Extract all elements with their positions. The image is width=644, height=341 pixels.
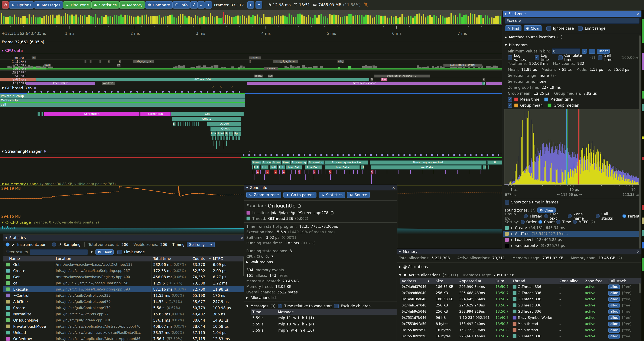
min-bin-increase-button[interactable]: + [588,49,595,54]
stats-row-create[interactable]: Createjni/../jni/src/guif/Control.cpp:17… [4,305,246,311]
timeline-zone-streaming-worker-tas[interactable]: Streaming worker tas [325,160,368,165]
timeline-zone-ti[interactable]: Ti [370,78,373,81]
timeline-zone-aud[interactable]: aud [268,74,273,78]
find-zone-titlebar[interactable]: ▼Find zone✕ [503,11,642,17]
timeline-zone[interactable] [180,122,181,126]
timeline-zone-a[interactable]: A [482,78,485,81]
zone-band-privatetouchup[interactable]: PrivateTouchUp [0,94,245,98]
alloc-callstack-button[interactable]: alloc [608,334,620,339]
alloc-callstack-button[interactable]: alloc [608,328,620,333]
memory-button[interactable]: Memory [119,1,145,9]
find-zone-scrollbar[interactable] [639,35,641,249]
frame-label[interactable]: Frame 32,661 (6.05 s) [2,40,44,44]
found-zone--no-parent-[interactable]: ▶<no parent>(9) 225.73 µs [503,243,642,249]
timeline-zone-cds-[interactable]: cds_ [337,60,344,63]
allocations-tree-item[interactable]: ▶@ Allocations [397,264,642,270]
stats-row-get[interactable]: Get/mnt/e/claw/src/claw/base/Registry.hp… [4,274,246,280]
memory-column-zone-alloc[interactable]: Zone alloc [560,279,578,283]
timeline-zone-trac[interactable]: Trac [381,78,388,81]
timeline-zone-strean[interactable]: Strean [252,160,262,165]
close-icon[interactable]: ✕ [240,236,244,240]
stats-row-addtree[interactable]: AddTreejni/../jni/src/guif/Control.cpp:6… [4,298,246,305]
alloc-callstack-button[interactable]: alloc [608,284,620,289]
timeline-zone-cds-ol-rx-threa[interactable]: cds_ol_rx_threa [273,60,298,63]
timeline-zone-queue[interactable]: Queue [210,126,241,131]
messages-button[interactable]: Messages [34,1,63,9]
msg-column-message[interactable]: Message [278,310,294,314]
message-marker-icon[interactable]: ▽ [220,86,222,89]
timing-dropdown[interactable]: Self only▼ [187,242,214,247]
timeline-zone[interactable] [194,122,195,126]
tools-button[interactable] [190,1,198,9]
timeline-zone-up[interactable]: Up [224,131,228,136]
find-button[interactable]: Find [505,25,522,31]
timeline-zone[interactable] [184,122,184,126]
timeline-zone-c[interactable]: C [256,170,259,174]
timeline-zone[interactable] [178,122,179,126]
timeline-zone[interactable] [198,122,199,126]
timeline-zone[interactable] [182,122,182,126]
power-button[interactable] [2,1,9,9]
group-by-thread-radio[interactable] [524,214,528,218]
filter-clear-button[interactable]: Clear [96,249,114,255]
timeline-zone-loa[interactable]: Loa [210,131,216,136]
timeline-zone-audio-[interactable]: audio. [254,74,263,78]
instrumentation-radio[interactable] [6,242,10,246]
timeline-zone[interactable] [236,136,237,140]
message-marker-icon[interactable]: ▽ [230,86,232,89]
timeline-zone[interactable] [223,136,224,140]
alloc-callstack-button[interactable]: alloc [608,291,620,295]
zone-location[interactable]: jni/../jni/src/guif/Screen.cpp:278 [271,211,328,215]
alloc-callstack-button[interactable]: alloc [608,315,620,320]
sort-by-mtpc-radio[interactable] [573,220,577,224]
timeline-zone-kworker-u[interactable]: kworker/u [102,82,115,85]
timeline-zone-audiose[interactable]: audiose [264,67,278,70]
timeline-zone[interactable] [39,112,40,116]
timeline-zone[interactable] [220,136,222,140]
timeline-zone-u[interactable]: U [361,165,364,170]
time-relative-checkbox[interactable] [278,304,282,308]
cumulate-time-checkbox[interactable] [558,56,562,60]
sort-by-count-radio[interactable] [538,220,542,224]
timeline-zone-c[interactable]: C [371,170,374,174]
timeline-zone--[interactable]: ( [249,60,251,63]
allocation-row[interactable]: 0x74ab1ef040256 KB294,629,948ns13:50.7GL… [400,302,642,308]
reset-button[interactable]: Reset [597,49,610,54]
timeline-zone[interactable] [42,112,43,116]
stats-row-create[interactable]: Createjni/../jni/src/claw/base/LuaScript… [4,268,246,274]
group-by-user-text-radio[interactable] [544,214,548,218]
timeline-zone-loaddata[interactable]: LoadData [325,165,360,170]
alloc-callstack-button[interactable]: alloc [608,297,620,302]
timeline-zone-get[interactable]: Get [171,112,244,116]
zone-band-call[interactable]: call [0,103,245,107]
timeline-zone[interactable] [191,122,191,126]
timeline-zone-strear[interactable]: Strear [262,160,272,165]
timeline-zone[interactable] [176,122,176,126]
memory-column-dura-[interactable]: Dura… [496,279,508,283]
mean-median-checkbox[interactable] [508,97,512,102]
message-row[interactable]: 5.59 smip 10 w 2 h 2 (4) [250,321,397,327]
memory-titlebar[interactable]: ▼Memory✕ [397,249,642,254]
stats-row-unload[interactable]: Unloadjni/../jni/src/claw/graphics/pixel… [4,329,246,336]
prev-frame-button[interactable] [205,1,212,9]
timeline-zone-streaming[interactable]: Streaming [308,160,324,165]
zone-info-line[interactable]: ▶Wait regions [244,259,397,265]
stats-row-onredraw[interactable]: OnRedrawjni/../jni/src/claw/application/… [4,336,246,341]
allocation-row[interactable]: 0x74ab9e5040256 KB293,994,219ns13:50.7GL… [400,308,642,315]
stats-row-ontouchmove[interactable]: OnTouchMovejni/../jni/src/guif/Screen.cp… [4,317,246,323]
found-zone-loadlevel[interactable]: ▶LoadLevel(18) 406.88 µs [503,237,642,243]
memory-column-address[interactable]: Address [402,279,416,283]
memory-column-call-stack[interactable]: Call stack [608,279,626,283]
timeline-zone-loaddau[interactable]: LoadDaU [286,165,302,170]
stats-row-execute[interactable]: Executejni/../jni/src/claw/base/LuaScrip… [4,286,246,292]
timeline-zone[interactable] [41,112,42,116]
allocation-row[interactable]: 0x7553b9fa508 bytes153,492,240ns13:50.8M… [400,321,642,327]
glthread-header[interactable]: ▼GLThread 336 [2,86,36,90]
timeline-zone-c[interactable]: c [84,60,86,63]
close-icon[interactable]: ✕ [637,249,640,254]
stats-column-name[interactable]: Name [9,256,20,261]
stats-row-call[interactable]: calljni/../jni/../../../src/claw/base/Lu… [4,280,246,286]
timeline-zone-streamingmanager[interactable]: StreamingManager [247,82,482,85]
timeline-zone-screentext[interactable]: ScreenText [140,112,171,116]
timeline-zone-gl[interactable]: Gl [482,82,485,85]
